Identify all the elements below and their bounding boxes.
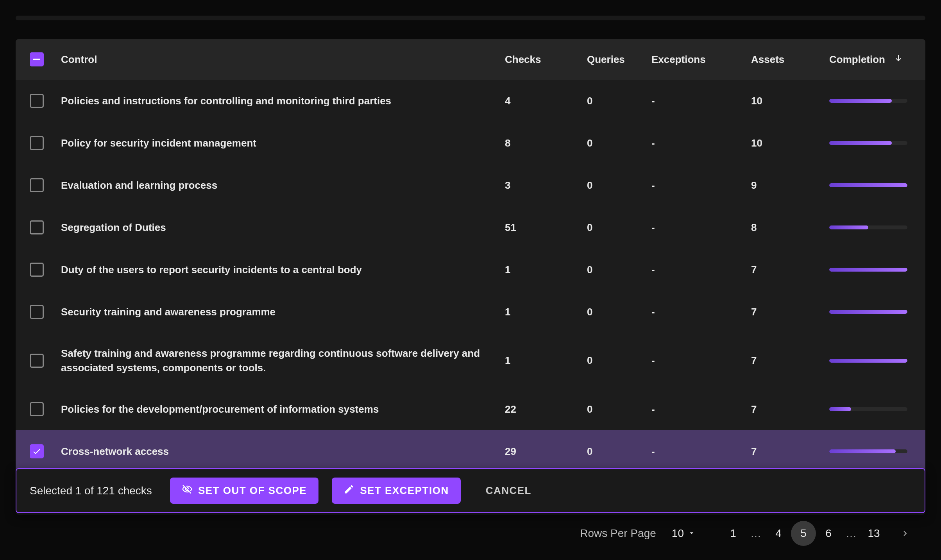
cancel-label: CANCEL [486,485,531,497]
cell-completion [829,407,911,411]
cell-exceptions: - [651,222,751,234]
cell-control: Segregation of Duties [61,220,505,234]
rows-per-page-value: 10 [672,527,684,540]
table-row[interactable]: Security training and awareness programm… [16,291,925,333]
cell-assets: 7 [751,306,829,318]
page-button[interactable]: 1 [721,521,746,546]
table-row[interactable]: Policy for security incident management8… [16,122,925,164]
table-row[interactable]: Policies and instructions for controllin… [16,80,925,122]
progress-fill [829,141,892,145]
cell-checks: 1 [505,264,587,276]
top-panel-collapsed [16,16,925,20]
column-header-control[interactable]: Control [61,52,505,66]
cell-exceptions: - [651,403,751,415]
cell-assets: 9 [751,179,829,191]
table-row[interactable]: Policies for the development/procurement… [16,388,925,430]
cell-queries: 0 [587,264,651,276]
cell-queries: 0 [587,445,651,458]
cell-exceptions: - [651,445,751,458]
table-row[interactable]: Cross-network access290-7 [16,430,925,472]
cell-control: Evaluation and learning process [61,178,505,192]
row-checkbox[interactable] [30,402,44,416]
cell-control: Safety training and awareness programme … [61,346,505,375]
page-button[interactable]: 4 [766,521,791,546]
progress-bar [829,359,907,363]
rows-per-page-select[interactable]: 10 [672,527,696,540]
row-checkbox[interactable] [30,178,44,192]
cell-checks: 22 [505,403,587,415]
cell-checks: 8 [505,137,587,149]
table-row[interactable]: Evaluation and learning process30-9 [16,164,925,206]
cell-checks: 3 [505,179,587,191]
column-header-checks[interactable]: Checks [505,54,587,66]
cell-queries: 0 [587,354,651,367]
page-button[interactable]: 13 [861,521,886,546]
cell-exceptions: - [651,354,751,367]
cell-assets: 8 [751,222,829,234]
cell-queries: 0 [587,137,651,149]
cell-assets: 10 [751,95,829,107]
cell-assets: 7 [751,403,829,415]
row-checkbox[interactable] [30,136,44,150]
column-header-completion[interactable]: Completion [829,54,911,66]
table-row[interactable]: Duty of the users to report security inc… [16,249,925,291]
select-all-checkbox[interactable] [30,52,44,66]
set-exception-label: SET EXCEPTION [360,485,449,497]
cell-exceptions: - [651,306,751,318]
progress-fill [829,449,896,453]
column-header-assets[interactable]: Assets [751,54,829,66]
eye-off-icon [182,484,193,497]
progress-bar [829,407,907,411]
column-header-completion-label: Completion [829,54,885,66]
column-header-queries[interactable]: Queries [587,54,651,66]
progress-bar [829,268,907,272]
set-out-of-scope-label: SET OUT OF SCOPE [198,485,307,497]
cell-queries: 0 [587,403,651,415]
cell-queries: 0 [587,222,651,234]
row-checkbox[interactable] [30,263,44,277]
cell-control: Cross-network access [61,444,505,458]
progress-fill [829,407,851,411]
set-out-of-scope-button[interactable]: SET OUT OF SCOPE [170,478,318,504]
caret-down-icon [688,527,696,540]
progress-bar [829,310,907,314]
cancel-button[interactable]: CANCEL [474,478,543,503]
row-checkbox[interactable] [30,444,44,458]
cell-exceptions: - [651,264,751,276]
row-checkbox[interactable] [30,354,44,368]
row-checkbox[interactable] [30,305,44,319]
progress-bar [829,183,907,187]
set-exception-button[interactable]: SET EXCEPTION [332,478,461,504]
cell-control: Duty of the users to report security inc… [61,263,505,277]
cell-completion [829,449,911,453]
pencil-icon [343,484,354,497]
progress-fill [829,183,907,187]
cell-assets: 7 [751,445,829,458]
page-button[interactable]: 6 [816,521,841,546]
cell-queries: 0 [587,95,651,107]
row-checkbox[interactable] [30,94,44,108]
cell-control: Policy for security incident management [61,136,505,150]
page-ellipsis: … [746,527,766,539]
progress-fill [829,359,907,363]
cell-completion [829,359,911,363]
cell-control: Policies and instructions for controllin… [61,94,505,108]
row-checkbox[interactable] [30,220,44,234]
table-header-row: Control Checks Queries Exceptions Assets… [16,39,925,80]
cell-assets: 10 [751,137,829,149]
page-button[interactable]: 5 [791,521,816,546]
progress-fill [829,268,907,272]
cell-exceptions: - [651,95,751,107]
cell-queries: 0 [587,179,651,191]
next-page-button[interactable] [893,521,918,546]
progress-fill [829,225,868,229]
cell-assets: 7 [751,354,829,367]
column-header-exceptions[interactable]: Exceptions [651,54,751,66]
progress-bar [829,99,907,103]
table-row[interactable]: Segregation of Duties510-8 [16,206,925,249]
cell-control: Security training and awareness programm… [61,305,505,319]
cell-checks: 1 [505,306,587,318]
table-row[interactable]: Safety training and awareness programme … [16,333,925,388]
cell-assets: 7 [751,264,829,276]
cell-queries: 0 [587,306,651,318]
